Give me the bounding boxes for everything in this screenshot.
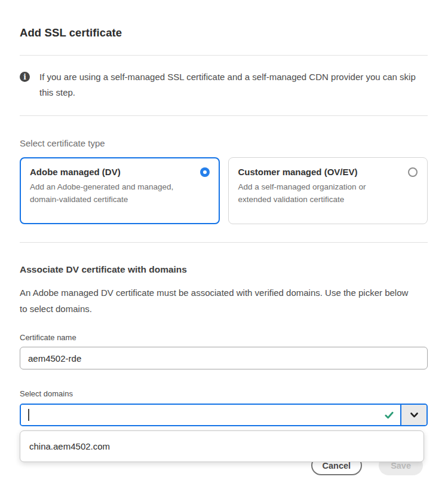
radio-unselected-icon[interactable]	[408, 167, 418, 177]
page-title: Add SSL certificate	[20, 26, 428, 39]
radio-selected-icon[interactable]	[200, 167, 210, 177]
info-note: i If you are using a self-managed SSL ce…	[20, 69, 428, 100]
domains-input-group	[20, 404, 428, 426]
select-domains-combobox: china.aem4502.com	[20, 404, 428, 426]
certificate-type-options: Adobe managed (DV) Add an Adobe-generate…	[20, 157, 428, 224]
certificate-type-card-adobe-managed[interactable]: Adobe managed (DV) Add an Adobe-generate…	[20, 157, 220, 224]
info-circle-icon: i	[20, 72, 30, 82]
text-cursor	[28, 409, 29, 421]
card-title: Customer managed (OV/EV)	[238, 167, 358, 177]
divider	[20, 115, 428, 116]
domains-section-heading: Associate DV certificate with domains	[20, 264, 428, 275]
select-domains-label: Select domains	[20, 389, 428, 398]
certificate-name-input[interactable]	[20, 347, 428, 369]
certificate-name-label: Certificate name	[20, 333, 428, 342]
divider	[20, 55, 428, 56]
domain-option-item[interactable]: china.aem4502.com	[20, 431, 424, 462]
certificate-type-label: Select certificate type	[20, 138, 428, 148]
card-title: Adobe managed (DV)	[30, 167, 121, 177]
domains-dropdown-button[interactable]	[400, 405, 426, 425]
divider	[20, 242, 428, 243]
domains-section-description: An Adobe managed DV certificate must be …	[20, 285, 415, 317]
domains-dropdown-popover: china.aem4502.com	[20, 430, 424, 462]
add-ssl-certificate-dialog: Add SSL certificate i If you are using a…	[0, 26, 448, 475]
card-description: Add an Adobe-generated and managed, doma…	[30, 181, 179, 206]
info-note-text: If you are using a self-managed SSL cert…	[39, 69, 426, 100]
checkmark-icon	[385, 411, 394, 420]
certificate-type-card-customer-managed[interactable]: Customer managed (OV/EV) Add a self-mana…	[228, 157, 428, 224]
chevron-down-icon	[410, 413, 418, 418]
card-description: Add a self-managed organization or exten…	[238, 181, 388, 206]
domains-text-input[interactable]	[21, 405, 400, 425]
